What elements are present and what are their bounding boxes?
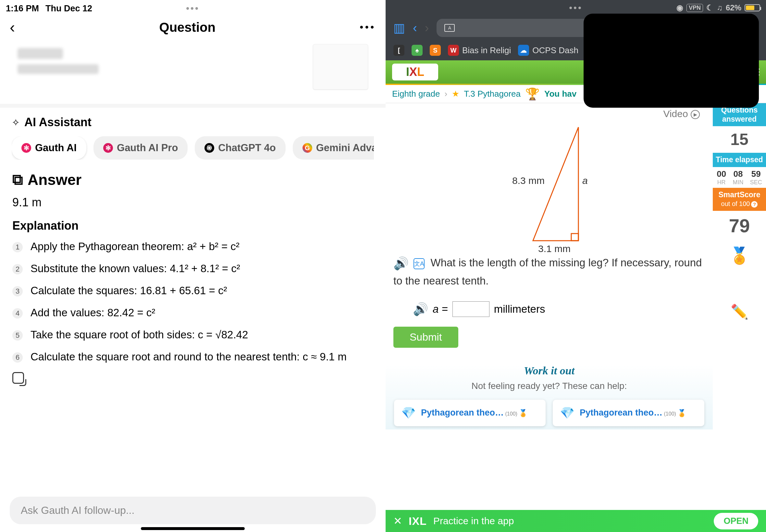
step-text: Add the values: 82.42 = c² <box>30 307 155 319</box>
scratchpad-icon[interactable]: ✏️ <box>713 303 766 320</box>
step-text: Take the square root of both sides: c = … <box>30 329 248 341</box>
chip-label: Gemini Advance <box>316 142 374 154</box>
help-icon[interactable]: ? <box>751 201 758 208</box>
triangle-diagram: 8.3 mm a 3.1 mm <box>507 124 591 247</box>
answer-value: 9.1 m <box>12 196 373 209</box>
fav-icon: ☁ <box>518 45 529 56</box>
reader-mode-icon[interactable]: A <box>444 24 455 32</box>
speaker-icon[interactable]: 🔊 <box>394 257 409 270</box>
step-number: 2 <box>12 264 23 274</box>
base-label: 3.1 mm <box>538 243 571 254</box>
ixl-logo[interactable]: IXL <box>392 64 438 80</box>
video-label: Video <box>663 108 688 119</box>
multitask-dots-icon[interactable]: ••• <box>186 3 199 14</box>
star-icon: ★ <box>452 89 459 99</box>
time-hr: 00 <box>717 169 726 179</box>
achievement-text: You hav <box>544 89 577 99</box>
open-app-button[interactable]: OPEN <box>714 513 758 529</box>
page-title: Question <box>159 20 215 35</box>
banner-text: Practice in the app <box>433 515 514 526</box>
explanation-heading: Explanation <box>12 219 373 233</box>
help-card-points: (100) <box>664 411 676 417</box>
speaker-icon[interactable]: 🔊 <box>413 302 428 316</box>
time-sec: 59 <box>750 169 762 179</box>
wifi-icon: ◉ <box>676 3 683 12</box>
answer-input[interactable] <box>453 301 490 317</box>
favorite-item[interactable]: WBias in Religi <box>448 45 511 56</box>
hyp-label: 8.3 mm <box>512 175 545 186</box>
svg-rect-1 <box>571 234 578 241</box>
time-sec-label: SEC <box>750 179 762 186</box>
back-button[interactable]: ‹ <box>10 19 15 35</box>
google-icon: G <box>302 143 312 153</box>
step-number: 6 <box>12 352 23 363</box>
fav-label: OCPS Dash <box>532 45 578 55</box>
battery-icon <box>745 4 760 11</box>
questions-answered-value: 15 <box>713 126 766 153</box>
fav-label: Bias in Religi <box>462 45 511 55</box>
step-number: 5 <box>12 330 23 341</box>
chip-chatgpt[interactable]: ֍ ChatGPT 4o <box>195 136 285 160</box>
input-unit: millimeters <box>494 303 545 315</box>
ai-assistant-heading: AI Assistant <box>24 115 91 129</box>
step-number: 4 <box>12 308 23 319</box>
picture-in-picture-overlay[interactable] <box>584 14 759 108</box>
leg-label: a <box>582 175 588 186</box>
question-preview-card[interactable] <box>10 40 376 97</box>
step-text: Substitute the known values: 4.1² + 8.1²… <box>30 262 240 275</box>
help-card-label: Pythagorean theo… <box>580 408 663 417</box>
ribbon-icon: 🏅 <box>713 240 766 271</box>
translate-icon[interactable]: 文A <box>414 258 425 269</box>
help-card[interactable]: 💎 Pythagorean theo… (100) 🏅 <box>553 400 704 426</box>
submit-button[interactable]: Submit <box>394 327 458 348</box>
chip-gauth-ai[interactable]: ✻ Gauth AI <box>12 136 86 160</box>
favorite-item[interactable]: ♠ <box>412 45 423 56</box>
breadcrumb-grade[interactable]: Eighth grade <box>392 89 440 99</box>
chip-gauth-ai-pro[interactable]: ✻ Gauth AI Pro <box>93 136 188 160</box>
step-text: Calculate the squares: 16.81 + 65.61 = c… <box>30 284 227 297</box>
input-prefix: a = <box>433 303 448 315</box>
close-banner-icon[interactable]: ✕ <box>394 515 402 527</box>
battery-percent: 62% <box>726 3 741 12</box>
fav-icon: S <box>430 45 441 56</box>
vpn-badge: VPN <box>687 4 703 12</box>
fav-icon: [ <box>394 45 405 56</box>
help-card[interactable]: 💎 Pythagorean theo… (100) 🏅 <box>394 400 546 426</box>
home-indicator[interactable] <box>141 527 245 530</box>
followup-input[interactable]: Ask Gauth AI follow-up... <box>10 497 376 524</box>
breadcrumb-skill[interactable]: T.3 Pythagorea <box>464 89 521 99</box>
time-elapsed-label: Time elapsed <box>713 153 766 167</box>
chip-label: Gauth AI Pro <box>117 142 178 154</box>
diamond-icon: 💎 <box>560 406 575 420</box>
more-options-icon[interactable]: ••• <box>359 22 376 33</box>
step-text: Calculate the square root and round to t… <box>30 351 346 363</box>
dnd-icon: ☾ <box>706 3 713 12</box>
multitask-dots-icon[interactable]: ••• <box>569 3 582 13</box>
medal-icon: 🏅 <box>519 409 528 417</box>
answer-heading: Answer <box>28 171 81 188</box>
favorite-item[interactable]: ☁OCPS Dash <box>518 45 578 56</box>
favorite-item[interactable]: [ <box>394 45 405 56</box>
help-card-label: Pythagorean theo… <box>421 408 504 417</box>
question-text: What is the length of the missing leg? I… <box>394 257 702 287</box>
status-date: Thu Dec 12 <box>45 4 92 14</box>
blurred-text <box>18 64 99 74</box>
step-number: 1 <box>12 242 23 252</box>
sidebar-toggle-icon[interactable]: ▥ <box>394 21 405 35</box>
gauth-icon: ✻ <box>21 143 31 153</box>
browser-back-icon[interactable]: ‹ <box>413 21 417 35</box>
openai-icon: ֍ <box>204 143 214 153</box>
gauth-pro-icon: ✻ <box>103 143 113 153</box>
smartscore-value: 79 <box>713 211 766 240</box>
step-number: 3 <box>12 286 23 296</box>
time-hr-label: HR <box>717 179 726 186</box>
favorite-item[interactable]: S <box>430 45 441 56</box>
answer-list-icon: ⧉ <box>12 171 23 188</box>
trophy-icon: 🏆 <box>525 87 540 101</box>
copy-icon[interactable] <box>12 372 24 384</box>
fav-icon: W <box>448 45 459 56</box>
smartscore-label: SmartScoreout of 100? <box>713 188 766 211</box>
chip-label: Gauth AI <box>35 142 77 154</box>
video-link[interactable]: Video ▶ <box>394 107 705 123</box>
chip-gemini[interactable]: G Gemini Advance <box>293 136 374 160</box>
